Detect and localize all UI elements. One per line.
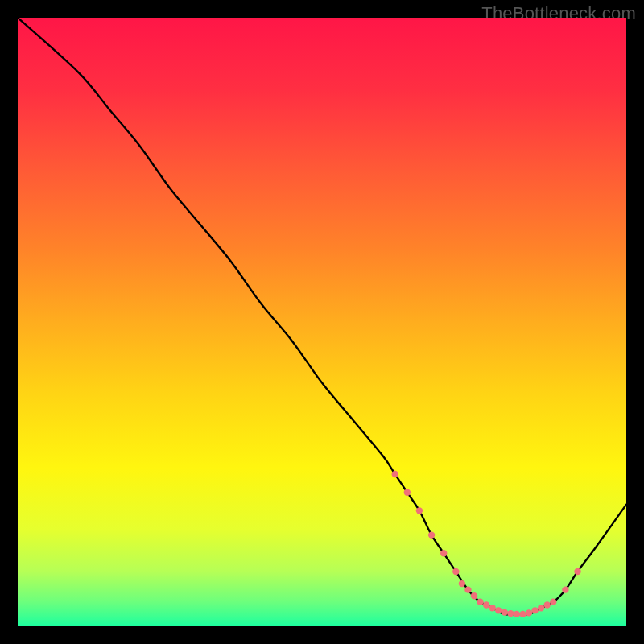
- marker-point: [464, 586, 471, 592]
- marker-point: [452, 568, 459, 575]
- marker-point: [459, 580, 465, 587]
- marker-point: [416, 507, 423, 514]
- marker-point: [550, 599, 556, 605]
- marker-point: [404, 489, 411, 495]
- chart-svg: [18, 18, 626, 626]
- marker-point: [526, 609, 532, 616]
- marker-point: [531, 607, 538, 613]
- marker-point: [440, 550, 447, 556]
- marker-point: [544, 601, 551, 608]
- marker-point: [428, 531, 435, 538]
- marker-point: [574, 568, 580, 575]
- marker-point: [471, 592, 477, 599]
- marker-point: [495, 607, 502, 613]
- marker-point: [538, 605, 544, 611]
- marker-point: [489, 605, 495, 611]
- plot-area: [18, 18, 626, 626]
- marker-point: [392, 471, 398, 477]
- marker-point: [483, 601, 489, 608]
- marker-point: [507, 610, 514, 617]
- marker-point: [519, 611, 526, 617]
- chart-container: TheBottleneck.com: [0, 0, 644, 644]
- marker-point: [562, 586, 568, 592]
- marker-point: [477, 599, 483, 605]
- marker-point: [514, 611, 520, 617]
- marker-point: [502, 609, 508, 615]
